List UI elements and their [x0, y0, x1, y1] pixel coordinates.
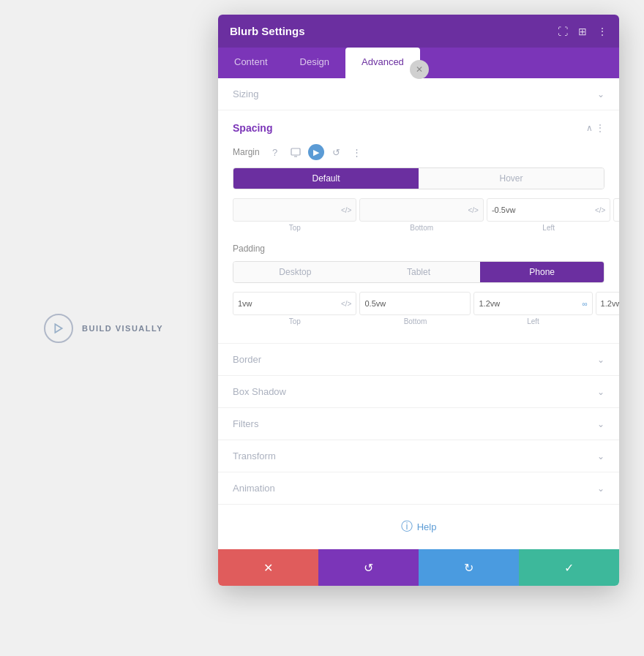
- link-icon-top: </>: [341, 206, 351, 214]
- more-options-icon[interactable]: ⋮: [349, 144, 365, 160]
- margin-bottom-field[interactable]: </>: [359, 198, 483, 222]
- margin-sub-tabs: Default Hover: [233, 167, 604, 189]
- link-icon-pad-top: </>: [341, 300, 351, 308]
- link-icon-pad-left: ∞: [582, 300, 587, 308]
- sizing-chevron: ⌄: [597, 89, 604, 99]
- padding-right-input[interactable]: [601, 299, 619, 308]
- filters-label: Filters: [233, 418, 258, 429]
- transform-chevron: ⌄: [597, 451, 604, 461]
- modal-header: Blurb Settings ⛶ ⊞ ⋮: [218, 15, 619, 48]
- spacing-more-icon[interactable]: ⋮: [596, 123, 604, 133]
- help-row[interactable]: ⓘ Help: [218, 505, 619, 549]
- sizing-label: Sizing: [233, 88, 258, 99]
- undo-button[interactable]: ↺: [318, 549, 419, 586]
- columns-icon[interactable]: ⊞: [578, 26, 587, 37]
- padding-section: Padding Desktop Tablet Phone </> T: [233, 244, 604, 325]
- help-label: Help: [417, 521, 437, 532]
- tab-advanced[interactable]: Advanced: [345, 48, 420, 78]
- fullscreen-icon[interactable]: ⛶: [558, 26, 568, 37]
- border-label: Border: [233, 354, 261, 365]
- border-chevron: ⌄: [597, 355, 604, 365]
- padding-left-group: ∞ Left: [473, 292, 592, 325]
- tab-content[interactable]: Content: [218, 48, 284, 78]
- device-tabs: Desktop Tablet Phone: [233, 261, 604, 283]
- active-device-icon[interactable]: ▶: [308, 144, 324, 160]
- padding-top-label: Top: [289, 317, 301, 325]
- device-tab-tablet[interactable]: Tablet: [357, 262, 481, 282]
- sizing-section[interactable]: Sizing ⌄: [218, 78, 619, 110]
- box-shadow-chevron: ⌄: [597, 387, 604, 397]
- margin-top-group: </> Top: [233, 198, 356, 232]
- padding-bottom-field[interactable]: [359, 292, 471, 315]
- margin-right-input[interactable]: [618, 206, 619, 214]
- margin-top-label: Top: [289, 224, 301, 232]
- margin-top-field[interactable]: </>: [233, 198, 356, 222]
- animation-label: Animation: [233, 483, 275, 494]
- margin-left-field[interactable]: </>: [487, 198, 610, 222]
- device-tab-phone[interactable]: Phone: [480, 262, 604, 282]
- padding-bottom-group: Bottom: [359, 292, 471, 325]
- close-button[interactable]: ✕: [410, 60, 429, 79]
- margin-bottom-label: Bottom: [410, 224, 433, 232]
- save-button[interactable]: ✓: [519, 549, 619, 586]
- reset-icon[interactable]: ↺: [329, 144, 345, 160]
- padding-bottom-input[interactable]: [364, 299, 465, 308]
- collapse-icon[interactable]: ∧: [586, 123, 593, 133]
- animation-section[interactable]: Animation ⌄: [218, 472, 619, 505]
- padding-top-group: </> Top: [233, 292, 356, 325]
- redo-button[interactable]: ↻: [419, 549, 519, 586]
- margin-controls: Margin ? ▶ ↺ ⋮: [233, 144, 604, 160]
- box-shadow-label: Box Shadow: [233, 386, 286, 397]
- margin-label: Margin: [233, 147, 260, 157]
- margin-left-label: Left: [542, 224, 555, 232]
- filters-section[interactable]: Filters ⌄: [218, 408, 619, 440]
- margin-left-input[interactable]: [492, 206, 593, 214]
- padding-left-label: Left: [527, 317, 539, 325]
- play-icon: [44, 314, 73, 343]
- margin-bottom-group: </> Bottom: [359, 198, 483, 232]
- sub-tab-default[interactable]: Default: [233, 168, 419, 189]
- cancel-button[interactable]: ✕: [218, 549, 318, 586]
- link-icon-bottom: </>: [468, 206, 478, 214]
- padding-right-group: Right: [596, 292, 619, 325]
- device-tab-desktop[interactable]: Desktop: [233, 262, 357, 282]
- padding-top-field[interactable]: </>: [233, 292, 356, 315]
- transform-label: Transform: [233, 450, 276, 461]
- device-icon[interactable]: [288, 144, 304, 160]
- filters-chevron: ⌄: [597, 419, 604, 429]
- padding-left-input[interactable]: [479, 299, 580, 308]
- more-icon[interactable]: ⋮: [597, 26, 607, 37]
- box-shadow-section[interactable]: Box Shadow ⌄: [218, 376, 619, 408]
- margin-left-group: </> Left: [487, 198, 610, 232]
- header-icons: ⛶ ⊞ ⋮: [558, 26, 607, 37]
- spacing-title: Spacing: [233, 122, 272, 134]
- sub-tab-hover[interactable]: Hover: [419, 168, 604, 189]
- padding-input-grid: </> Top Bottom: [233, 292, 604, 325]
- spacing-header-right: ∧ ⋮: [586, 123, 604, 133]
- modal-title: Blurb Settings: [230, 25, 305, 37]
- tab-design[interactable]: Design: [284, 48, 345, 78]
- margin-bottom-input[interactable]: [364, 206, 465, 214]
- padding-bottom-label: Bottom: [404, 317, 427, 325]
- spacing-section: Spacing ∧ ⋮ Margin ? ▶ ↺ ⋮: [218, 110, 619, 344]
- transform-section[interactable]: Transform ⌄: [218, 440, 619, 472]
- border-section[interactable]: Border ⌄: [218, 344, 619, 376]
- help-icon[interactable]: ?: [267, 144, 283, 160]
- margin-input-grid: </> Top </> Bottom: [233, 198, 604, 232]
- link-icon-left: </>: [595, 206, 605, 214]
- animation-chevron: ⌄: [597, 483, 604, 494]
- margin-top-input[interactable]: [238, 206, 339, 214]
- help-icon: ⓘ: [401, 519, 413, 535]
- build-visually-label: BUILD VISUALLY: [82, 324, 163, 333]
- footer-bar: ✕ ↺ ↻ ✓: [218, 549, 619, 586]
- padding-left-field[interactable]: ∞: [473, 292, 592, 315]
- margin-right-field[interactable]: [613, 198, 619, 222]
- padding-label: Padding: [233, 244, 604, 254]
- padding-top-input[interactable]: [238, 299, 339, 308]
- svg-rect-0: [291, 148, 300, 155]
- build-visually-button[interactable]: BUILD VISUALLY: [44, 314, 163, 343]
- padding-right-field[interactable]: [596, 292, 619, 315]
- spacing-header: Spacing ∧ ⋮: [233, 122, 604, 134]
- modal-body: Sizing ⌄ Spacing ∧ ⋮ Margin ?: [218, 78, 619, 549]
- margin-right-group: 1 Right: [613, 198, 619, 232]
